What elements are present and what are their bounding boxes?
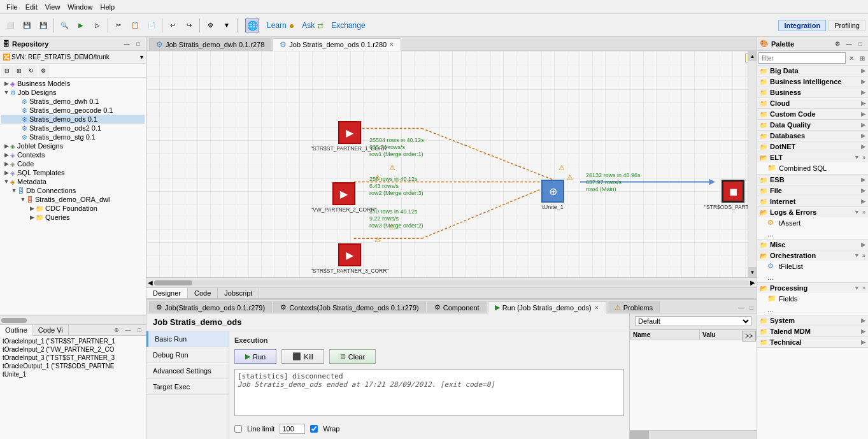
palette-settings-btn[interactable]: ⚙ xyxy=(832,39,843,49)
palette-item-fields[interactable]: 📁 Fields xyxy=(757,293,868,305)
palette-item-tassert[interactable]: ⚙ tAssert xyxy=(757,217,868,229)
toolbar-misc-btn[interactable]: ⚙ xyxy=(203,18,218,33)
palette-item-proc-extra[interactable]: ... xyxy=(757,305,868,315)
bottom-tab-run[interactable]: ▶ Run (Job Stratis_demo_ods) ✕ xyxy=(488,301,606,313)
palette-cat-elt-header[interactable]: 📂 ELT ▼ » xyxy=(757,152,868,162)
toolbar-play-btn[interactable]: ▶ xyxy=(73,18,89,33)
expander[interactable]: ▼ xyxy=(10,187,18,194)
tree-job-designs[interactable]: ▼ ⚙ Job Designs xyxy=(1,88,145,97)
line-limit-checkbox[interactable] xyxy=(234,425,242,433)
palette-clear-filter-btn[interactable]: ✕ xyxy=(847,52,857,64)
scroll-left-btn[interactable]: ◀ xyxy=(148,279,153,286)
palette-cat-processing-header[interactable]: 📂 Processing ▼ » xyxy=(757,283,868,293)
canvas-tab-jobscript[interactable]: Jobscript xyxy=(218,288,259,298)
toolbar-redo-btn[interactable]: ↪ xyxy=(181,18,197,33)
toolbar-cut-btn[interactable]: ✂ xyxy=(111,18,126,33)
code-view-tab[interactable]: Code Vi xyxy=(33,325,69,335)
toolbar-paste-btn[interactable]: 📄 xyxy=(144,18,159,33)
palette-cat-cloud-header[interactable]: 📁 Cloud ▶ xyxy=(757,98,868,108)
toolbar-search-btn[interactable]: 🔍 xyxy=(57,18,72,33)
toolbar-copy-btn[interactable]: 📋 xyxy=(127,18,143,33)
maximize-repo-btn[interactable]: □ xyxy=(133,39,143,49)
toolbar-save-btn[interactable]: 💾 xyxy=(19,18,34,33)
minimize-bottom-btn[interactable]: — xyxy=(736,303,746,313)
settings-btn[interactable]: ⚙ xyxy=(38,65,49,76)
outline-item-1[interactable]: tOracleInput_2 ("VW_PARTNER_2_CO xyxy=(1,345,145,354)
menu-edit[interactable]: Edit xyxy=(22,2,41,12)
btab-close-run[interactable]: ✕ xyxy=(594,305,599,311)
kill-btn[interactable]: ⬛ Kill xyxy=(281,349,324,364)
expander[interactable]: ▶ xyxy=(3,161,10,167)
menu-view[interactable]: View xyxy=(41,2,64,12)
line-limit-input[interactable] xyxy=(280,424,305,434)
canvas-tab-code[interactable]: Code xyxy=(188,288,218,298)
palette-cat-dq-header[interactable]: 📁 Data Quality ▶ xyxy=(757,120,868,130)
wrap-checkbox[interactable] xyxy=(310,425,318,433)
palette-cat-business-header[interactable]: 📁 Business ▶ xyxy=(757,87,868,97)
toolbar-drop-btn[interactable]: ▼ xyxy=(219,18,234,33)
toolbar-save-all-btn[interactable]: 💾 xyxy=(36,18,51,33)
palette-content[interactable]: 📁 Big Data ▶ 📁 Business Intelligence ▶ 📁… xyxy=(757,66,868,439)
bottom-tab-1[interactable]: ⚙ Contexts(Job Stratis_demo_ods 0.1.r279… xyxy=(273,301,426,313)
tree-job-0[interactable]: ⚙ Stratis_demo_dwh 0.1 xyxy=(1,97,145,106)
tab-close-1[interactable]: ✕ xyxy=(389,41,394,48)
palette-cat-custom-header[interactable]: 📁 Custom Code ▶ xyxy=(757,109,868,119)
expand-context-btn[interactable]: >> xyxy=(742,331,756,342)
context-dropdown[interactable]: Default xyxy=(635,316,751,326)
tree-job-2[interactable]: ⚙ Stratis_demo_ods 0.1 xyxy=(1,115,145,124)
minimize-outline-btn[interactable]: — xyxy=(123,325,133,335)
palette-cat-internet-header[interactable]: 📁 Internet ▶ xyxy=(757,196,868,206)
tree-queries[interactable]: ▶ 📁 Queries xyxy=(1,213,145,222)
run-menu-debug[interactable]: Debug Run xyxy=(146,347,229,363)
outline-item-0[interactable]: tOracleInput_1 ("STR$ST_PARTNER_1 xyxy=(1,337,145,345)
refresh-btn[interactable]: ↻ xyxy=(25,65,37,76)
palette-cat-talend-header[interactable]: 📁 Talend MDM ▶ xyxy=(757,326,868,336)
palette-cat-esb-header[interactable]: 📁 ESB ▶ xyxy=(757,175,868,185)
menu-file[interactable]: File xyxy=(3,2,22,12)
tree-job-1[interactable]: ⚙ Stratis_demo_geocode 0.1 xyxy=(1,106,145,115)
palette-filter-input[interactable] xyxy=(758,52,846,64)
tree-business-models[interactable]: ▶ ◈ Business Models xyxy=(1,79,145,88)
canvas-h-scrollbar[interactable]: ◀ ▶ xyxy=(146,277,757,287)
tree-joblet-designs[interactable]: ▶ ◈ Joblet Designs xyxy=(1,141,145,150)
outline-content[interactable]: tOracleInput_1 ("STR$ST_PARTNER_1 tOracl… xyxy=(0,336,146,439)
minimize-repo-btn[interactable]: — xyxy=(122,39,132,49)
minimize-palette-btn[interactable]: — xyxy=(844,39,854,49)
outline-item-4[interactable]: tUnite_1 xyxy=(1,370,145,378)
bottom-tab-2[interactable]: ⚙ Component xyxy=(427,301,487,313)
toolbar-undo-btn[interactable]: ↩ xyxy=(165,18,180,33)
scroll-up-btn[interactable]: ▲ xyxy=(748,51,757,61)
run-menu-basic[interactable]: Basic Run xyxy=(146,331,229,347)
palette-cat-file-header[interactable]: 📁 File ▶ xyxy=(757,185,868,196)
palette-cat-bi-header[interactable]: 📁 Business Intelligence ▶ xyxy=(757,76,868,87)
palette-item-orch-extra[interactable]: ... xyxy=(757,272,868,282)
canvas-tab-designer[interactable]: Designer xyxy=(146,288,188,298)
exchange-link[interactable]: Exchange xyxy=(331,21,365,30)
log-area[interactable]: [statistics] disconnected Job Stratis_de… xyxy=(234,369,624,416)
tree-hscroll[interactable] xyxy=(0,315,146,324)
run-menu-advanced[interactable]: Advanced Settings xyxy=(146,363,229,379)
outline-item-2[interactable]: tOracleInput_3 ("TST$ST_PARTNER_3 xyxy=(1,354,145,362)
expander[interactable]: ▶ xyxy=(3,80,10,87)
canvas-area[interactable]: ⚠ ⚠ ⚠ ▶ "STR$ST_PARTNER_1_CORR" ▶ xyxy=(146,51,757,277)
node-oracle-input-2[interactable]: ▶ "VW_PARTNER_2_CORR" xyxy=(311,182,377,213)
tree-metadata[interactable]: ▼ ◈ Metadata xyxy=(1,177,145,186)
expander[interactable]: ▼ xyxy=(3,89,10,96)
maximize-outline-btn[interactable]: □ xyxy=(134,325,145,335)
clear-btn[interactable]: ⊠ Clear xyxy=(329,349,376,364)
palette-cat-logs-header[interactable]: 📂 Logs & Errors ▼ » xyxy=(757,207,868,217)
palette-item-tfilelist[interactable]: ⚙ tFileList xyxy=(757,261,868,272)
palette-item-logs-extra[interactable]: ... xyxy=(757,229,868,239)
tree-sql-templates[interactable]: ▶ ◈ SQL Templates xyxy=(1,168,145,177)
collapse-all-btn[interactable]: ⊟ xyxy=(1,65,13,76)
outline-item-3[interactable]: tOracleOutput_1 ("STR$ODS_PARTNE xyxy=(1,362,145,370)
expander[interactable]: ▼ xyxy=(3,178,10,185)
maximize-palette-btn[interactable]: □ xyxy=(855,39,865,49)
palette-cat-technical-header[interactable]: 📁 Technical ▶ xyxy=(757,337,868,347)
integration-button[interactable]: Integration xyxy=(778,20,826,31)
breadcrumb-arrow[interactable]: ▾ xyxy=(140,54,143,61)
palette-cat-db-header[interactable]: 📁 Databases ▶ xyxy=(757,131,868,141)
outline-tab[interactable]: Outline xyxy=(0,325,33,336)
h-scroll-track[interactable] xyxy=(154,280,749,285)
palette-cat-dotnet-header[interactable]: 📁 DotNET ▶ xyxy=(757,141,868,152)
